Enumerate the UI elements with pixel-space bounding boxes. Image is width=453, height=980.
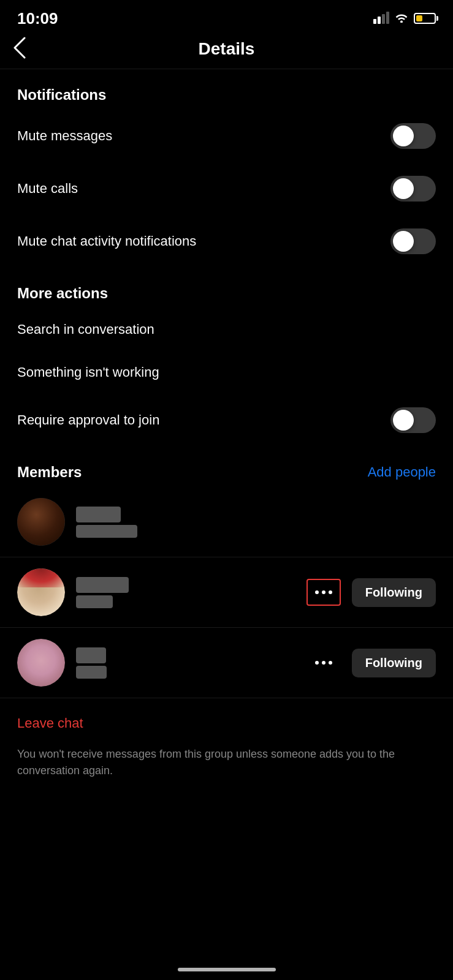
mute-messages-row: Mute messages (0, 110, 453, 162)
more-actions-section-label: More actions (0, 268, 453, 308)
back-button[interactable] (12, 37, 26, 62)
member-1-name (76, 507, 436, 522)
member-row-2: Following (0, 557, 453, 627)
member-2-more-button[interactable] (306, 579, 341, 606)
signal-icon (373, 13, 389, 24)
members-section-label: Members (17, 464, 82, 481)
require-approval-row: Require approval to join (0, 394, 453, 447)
member-3-info (76, 647, 295, 679)
member-3-name (76, 647, 295, 663)
status-bar: 10:09 (0, 0, 453, 33)
footer-note: You won't receive messages from this gro… (0, 741, 453, 804)
notifications-section-label: Notifications (0, 69, 453, 110)
member-3-following-button[interactable]: Following (352, 649, 436, 677)
home-indicator (178, 968, 276, 971)
member-2-following-button[interactable]: Following (352, 578, 436, 607)
member-2-avatar (17, 568, 65, 616)
mute-calls-toggle[interactable] (390, 176, 436, 202)
mute-calls-label: Mute calls (17, 181, 78, 197)
status-time: 10:09 (17, 9, 58, 28)
mute-chat-row: Mute chat activity notifications (0, 215, 453, 268)
mute-messages-toggle[interactable] (390, 123, 436, 149)
member-1-info (76, 507, 436, 538)
battery-icon (414, 13, 436, 24)
member-2-name (76, 577, 295, 593)
require-approval-toggle[interactable] (390, 407, 436, 433)
something-not-working-row[interactable]: Something isn't working (0, 351, 453, 394)
mute-chat-toggle[interactable] (390, 228, 436, 254)
something-not-working-label: Something isn't working (17, 364, 159, 380)
add-people-button[interactable]: Add people (368, 464, 436, 480)
mute-chat-label: Mute chat activity notifications (17, 233, 196, 249)
member-row-3: Following (0, 628, 453, 698)
leave-chat-button[interactable]: Leave chat (0, 698, 453, 741)
member-3-sub (76, 666, 295, 679)
search-conversation-row[interactable]: Search in conversation (0, 308, 453, 351)
member-1-sub (76, 525, 436, 538)
require-approval-label: Require approval to join (17, 412, 159, 428)
member-3-avatar (17, 639, 65, 687)
search-conversation-label: Search in conversation (17, 322, 154, 337)
member-2-sub (76, 595, 295, 608)
page-title: Details (199, 39, 255, 59)
member-2-info (76, 577, 295, 608)
members-header: Members Add people (0, 447, 453, 487)
member-3-more-button[interactable] (306, 649, 341, 676)
content: Notifications Mute messages Mute calls M… (0, 69, 453, 804)
member-row-1 (0, 487, 453, 557)
header: Details (0, 33, 453, 69)
status-icons (373, 12, 436, 26)
member-1-avatar (17, 498, 65, 546)
mute-messages-label: Mute messages (17, 128, 112, 144)
mute-calls-row: Mute calls (0, 162, 453, 215)
wifi-icon (394, 12, 409, 26)
